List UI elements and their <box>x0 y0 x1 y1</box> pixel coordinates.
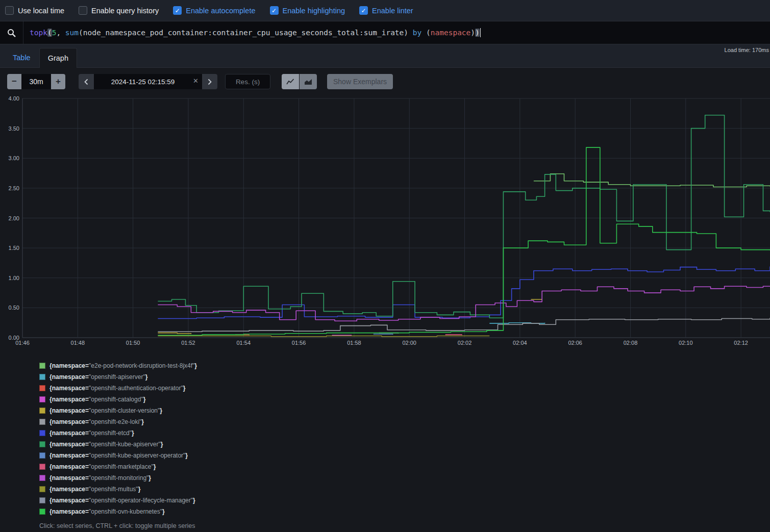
query-token: 5 <box>52 29 57 37</box>
legend-swatch <box>39 497 45 503</box>
legend-item-openshift-monitoring[interactable]: {namespace="openshift-monitoring"} <box>39 474 770 482</box>
legend-item-openshift-kube-apiserver[interactable]: {namespace="openshift-kube-apiserver"} <box>39 441 770 448</box>
show-exemplars-button[interactable]: Show Exemplars <box>327 74 393 89</box>
legend-item-openshift-authentication-operator[interactable]: {namespace="openshift-authentication-ope… <box>39 385 770 392</box>
legend-item-openshift-cluster-version[interactable]: {namespace="openshift-cluster-version"} <box>39 407 770 414</box>
legend-item-e2e-pod-network-disruption-test-8jx4f[interactable]: {namespace="e2e-pod-network-disruption-t… <box>39 362 770 369</box>
legend-label: {namespace="openshift-kube-apiserver-ope… <box>49 452 188 459</box>
query-token: ) <box>475 29 480 37</box>
range-group: − + <box>7 74 65 89</box>
series-line-openshift-kube-apiserver[interactable] <box>158 115 770 318</box>
graph-area[interactable]: 0.000.501.001.502.002.503.003.504.0001:4… <box>0 92 770 350</box>
svg-text:01:50: 01:50 <box>126 340 140 346</box>
legend-swatch <box>39 385 45 391</box>
legend-label: {namespace="openshift-monitoring"} <box>49 474 151 482</box>
legend-swatch <box>39 396 45 402</box>
line-chart-icon <box>286 78 294 85</box>
datetime-forward-button[interactable] <box>202 74 217 89</box>
chevron-right-icon <box>208 79 212 85</box>
option-enable-query-history[interactable]: Enable query history <box>79 6 159 15</box>
query-token: namespace <box>431 29 471 37</box>
checkbox-checked-icon[interactable]: ✓ <box>270 6 279 15</box>
execute-query-button[interactable] <box>0 21 23 44</box>
legend-item-openshift-marketplace[interactable]: {namespace="openshift-marketplace"} <box>39 463 770 470</box>
datetime-field: ✕ <box>94 74 202 89</box>
query-token: ( <box>421 29 430 37</box>
svg-text:2.00: 2.00 <box>9 215 19 221</box>
series-line-openshift-kube-apiserver-operator[interactable] <box>374 334 393 335</box>
legend-label: {namespace="openshift-catalogd"} <box>49 396 145 403</box>
legend-label: {namespace="openshift-kube-apiserver"} <box>49 441 163 448</box>
resolution-input[interactable] <box>225 74 270 89</box>
legend-label: {namespace="openshift-operator-lifecycle… <box>49 497 195 504</box>
svg-text:01:46: 01:46 <box>15 340 30 346</box>
series-line-openshift-monitoring[interactable] <box>158 286 770 321</box>
legend-item-openshift-ovn-kubernetes[interactable]: {namespace="openshift-ovn-kubernetes"} <box>39 508 770 515</box>
graph-svg[interactable]: 0.000.501.001.502.002.503.003.504.0001:4… <box>0 92 770 350</box>
svg-text:02:00: 02:00 <box>402 340 416 346</box>
series-line-openshift-marketplace[interactable] <box>445 335 462 335</box>
query-token: by <box>413 29 421 37</box>
svg-text:02:10: 02:10 <box>679 340 693 346</box>
datetime-back-button[interactable] <box>79 74 94 89</box>
line-chart-mode-button[interactable] <box>282 74 299 89</box>
legend-label: {namespace="openshift-authentication-ope… <box>49 385 185 392</box>
legend-item-openshift-etcd[interactable]: {namespace="openshift-etcd"} <box>39 429 770 437</box>
legend-label: {namespace="openshift-e2e-loki"} <box>49 418 144 425</box>
legend-item-openshift-multus[interactable]: {namespace="openshift-multus"} <box>39 486 770 493</box>
svg-text:4.00: 4.00 <box>9 95 19 102</box>
option-enable-highlighting[interactable]: ✓Enable highlighting <box>270 6 345 15</box>
svg-text:01:54: 01:54 <box>237 340 251 346</box>
legend-label: {namespace="openshift-cluster-version"} <box>49 407 162 414</box>
legend-item-openshift-kube-apiserver-operator[interactable]: {namespace="openshift-kube-apiserver-ope… <box>39 452 770 459</box>
option-use-local-time[interactable]: Use local time <box>5 6 64 15</box>
legend-label: {namespace="openshift-marketplace"} <box>49 463 156 470</box>
topbar: Use local timeEnable query history✓Enabl… <box>0 0 770 21</box>
range-increase-button[interactable]: + <box>51 74 65 89</box>
series-line-openshift-ovn-kubernetes[interactable] <box>158 147 770 335</box>
svg-text:1.00: 1.00 <box>9 275 19 281</box>
checkbox-checked-icon[interactable]: ✓ <box>173 6 182 15</box>
series-line-openshift-etcd[interactable] <box>158 267 770 319</box>
legend-label: {namespace="openshift-multus"} <box>49 486 140 493</box>
series-line-e2e-pod-network-disruption-test-8jx4f[interactable] <box>534 174 770 187</box>
option-label: Enable linter <box>372 7 413 15</box>
tab-table[interactable]: Table <box>4 47 39 67</box>
legend-item-openshift-catalogd[interactable]: {namespace="openshift-catalogd"} <box>39 396 770 403</box>
query-token: ) <box>470 29 475 37</box>
legend-item-openshift-apiserver[interactable]: {namespace="openshift-apiserver"} <box>39 373 770 381</box>
legend: {namespace="e2e-pod-network-disruption-t… <box>32 362 770 515</box>
series-line-openshift-multus[interactable] <box>158 336 489 337</box>
tab-graph[interactable]: Graph <box>39 48 77 68</box>
svg-text:3.50: 3.50 <box>9 125 19 132</box>
checkbox-unchecked-icon[interactable] <box>5 6 14 15</box>
chart-type-group <box>282 74 317 89</box>
svg-text:0.50: 0.50 <box>9 305 19 311</box>
datetime-clear-icon[interactable]: ✕ <box>193 78 198 84</box>
query-token: , <box>56 29 65 37</box>
query-token: ( <box>47 29 52 37</box>
legend-item-openshift-operator-lifecycle-manager[interactable]: {namespace="openshift-operator-lifecycle… <box>39 497 770 504</box>
range-input[interactable] <box>21 74 51 89</box>
tabs-row: Table Graph Load time: 170ms <box>0 44 770 68</box>
svg-text:02:08: 02:08 <box>624 340 638 346</box>
option-label: Use local time <box>18 7 64 15</box>
legend-item-openshift-e2e-loki[interactable]: {namespace="openshift-e2e-loki"} <box>39 418 770 425</box>
svg-text:01:58: 01:58 <box>347 340 361 346</box>
stacked-chart-mode-button[interactable] <box>300 74 317 89</box>
checkbox-checked-icon[interactable]: ✓ <box>359 6 368 15</box>
legend-swatch <box>39 363 45 369</box>
datetime-input[interactable] <box>94 74 202 89</box>
option-enable-autocomplete[interactable]: ✓Enable autocomplete <box>173 6 255 15</box>
option-enable-linter[interactable]: ✓Enable linter <box>359 6 413 15</box>
svg-text:2.50: 2.50 <box>9 185 19 191</box>
range-decrease-button[interactable]: − <box>7 74 21 89</box>
chevron-left-icon <box>84 79 88 85</box>
svg-text:3.00: 3.00 <box>9 155 19 161</box>
option-label: Enable query history <box>91 7 159 15</box>
query-input[interactable]: topk(5, sum(node_namespace_pod_container… <box>23 21 770 44</box>
checkbox-unchecked-icon[interactable] <box>79 6 87 15</box>
query-bar: topk(5, sum(node_namespace_pod_container… <box>0 21 770 44</box>
svg-text:02:02: 02:02 <box>458 340 472 346</box>
series-line-openshift-e2e-loki[interactable] <box>158 318 770 332</box>
